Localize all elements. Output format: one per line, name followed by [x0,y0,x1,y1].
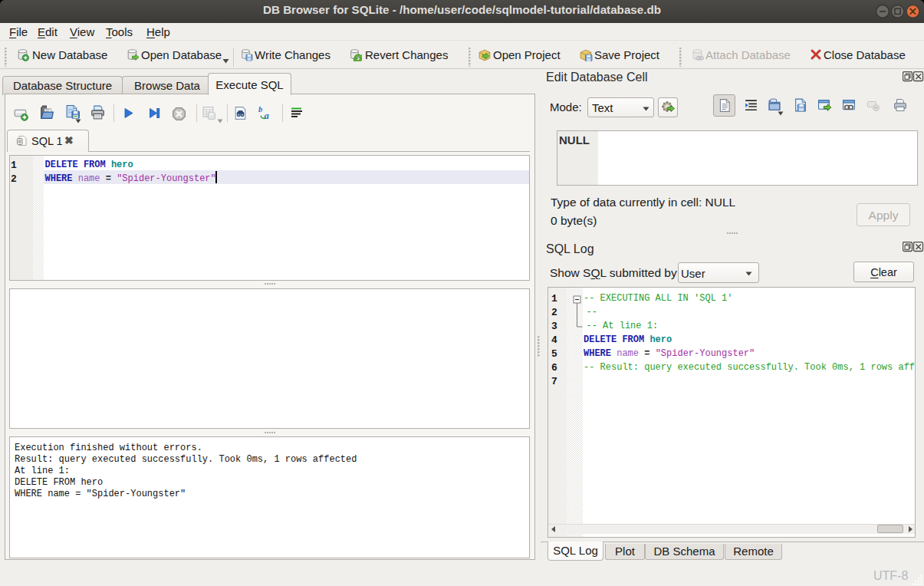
svg-text:b: b [258,105,262,114]
svg-text:a: a [264,110,268,121]
